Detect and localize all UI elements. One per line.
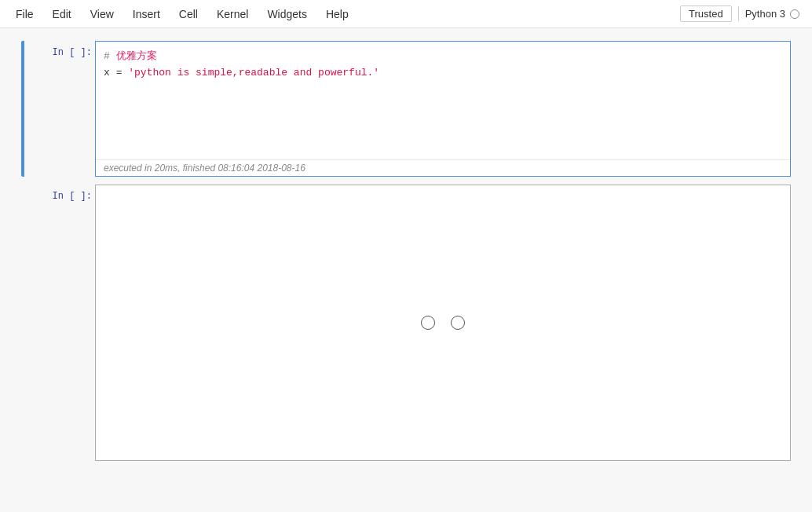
dot-1 xyxy=(421,316,435,330)
menubar-right: Trusted Python 3 xyxy=(680,5,806,22)
cell-2-empty-area xyxy=(96,185,790,460)
cell-1-prompt-text: In [ ]: xyxy=(53,47,92,58)
cell-1-code-body[interactable]: # 优雅方案 x = 'python is simple,readable an… xyxy=(95,41,791,177)
cell-1-prompt: In [ ]: xyxy=(24,41,95,177)
dot-2 xyxy=(451,316,465,330)
menu-kernel[interactable]: Kernel xyxy=(207,5,258,24)
cell-1-input[interactable]: # 优雅方案 x = 'python is simple,readable an… xyxy=(96,42,790,159)
cell-1-var-x: x xyxy=(104,67,110,79)
cell-1-comment-text: 优雅方案 xyxy=(116,50,157,62)
cell-2-dots xyxy=(421,284,465,361)
menu-cell[interactable]: Cell xyxy=(170,5,207,24)
cell-1-empty-space xyxy=(104,82,782,144)
menu-widgets[interactable]: Widgets xyxy=(258,5,316,24)
cell-2-code-body[interactable] xyxy=(95,185,791,461)
cell-2-prompt: In [ ]: xyxy=(24,185,95,461)
cell-1-right: In [ ]: # 优雅方案 x = 'python is simple,rea… xyxy=(24,41,791,177)
kernel-status-circle xyxy=(790,9,799,19)
cell-1-line2: x = 'python is simple,readable and power… xyxy=(104,64,782,81)
cell-1-comment-hash: # xyxy=(104,50,116,62)
menu-file[interactable]: File xyxy=(6,5,43,24)
menu-edit[interactable]: Edit xyxy=(43,5,81,24)
kernel-indicator: Python 3 xyxy=(738,6,806,21)
notebook-area: In [ ]: # 优雅方案 x = 'python is simple,rea… xyxy=(0,28,812,512)
cell-2[interactable]: In [ ]: xyxy=(21,185,791,461)
menu-insert[interactable]: Insert xyxy=(123,5,170,24)
cell-1-string: 'python is simple,readable and powerful.… xyxy=(128,67,379,79)
kernel-name-label: Python 3 xyxy=(745,8,785,20)
cell-1-execution-note: executed in 20ms, finished 08:16:04 2018… xyxy=(96,159,790,176)
cell-1-line1: # 优雅方案 xyxy=(104,48,782,64)
cell-2-prompt-text: In [ ]: xyxy=(53,191,92,202)
menu-items: File Edit View Insert Cell Kernel Widget… xyxy=(6,5,680,24)
cell-2-right: In [ ]: xyxy=(24,185,791,461)
menu-help[interactable]: Help xyxy=(316,5,358,24)
cell-1[interactable]: In [ ]: # 优雅方案 x = 'python is simple,rea… xyxy=(21,41,791,177)
cell-1-equals: = xyxy=(116,67,129,79)
trusted-button[interactable]: Trusted xyxy=(680,5,732,22)
menu-view[interactable]: View xyxy=(81,5,123,24)
menubar: File Edit View Insert Cell Kernel Widget… xyxy=(0,0,812,28)
